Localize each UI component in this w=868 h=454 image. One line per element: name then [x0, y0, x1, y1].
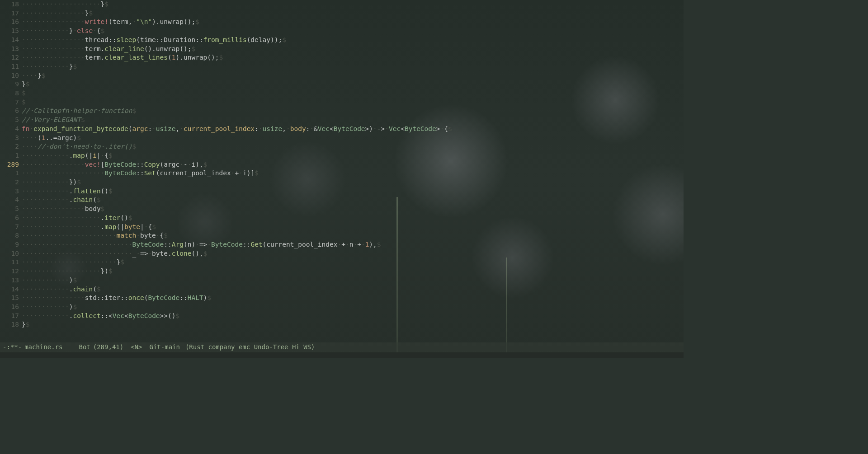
- code-content[interactable]: fn·expand_function_bytecode(argc:·usize,…: [22, 125, 684, 134]
- code-line[interactable]: 12················term.clear_last_lines(…: [0, 53, 684, 62]
- code-line[interactable]: 13············)$: [0, 276, 684, 285]
- code-line[interactable]: 289················vec![ByteCode::Copy(a…: [0, 160, 684, 169]
- code-line[interactable]: 4fn·expand_function_bytecode(argc:·usize…: [0, 125, 684, 134]
- code-line[interactable]: 14············.chain($: [0, 285, 684, 294]
- code-line[interactable]: 7····················.map(|byte|·{$: [0, 223, 684, 232]
- line-number: 17: [0, 9, 22, 18]
- minibuffer[interactable]: [0, 352, 684, 358]
- line-number: 14: [0, 285, 22, 294]
- code-line[interactable]: 10····························_·=>·byte.…: [0, 249, 684, 258]
- code-content[interactable]: }$: [22, 80, 684, 89]
- code-line[interactable]: 8························match·byte·{$: [0, 231, 684, 240]
- code-line[interactable]: 16················write!(term,·"\n").unw…: [0, 18, 684, 27]
- code-line[interactable]: 11············}$: [0, 62, 684, 71]
- code-line[interactable]: 2············})$: [0, 178, 684, 187]
- code-line[interactable]: 2····//·don't·need·to·.iter()$: [0, 142, 684, 151]
- code-content[interactable]: ····························ByteCode::Ar…: [22, 240, 684, 249]
- code-line[interactable]: 15············}·else·{$: [0, 27, 684, 36]
- modeline-state: <N>: [131, 343, 145, 352]
- code-content[interactable]: ························match·byte·{$: [22, 231, 684, 240]
- code-line[interactable]: 18····················}$: [0, 0, 684, 9]
- code-content[interactable]: ················write!(term,·"\n").unwra…: [22, 18, 684, 27]
- line-number: 9: [0, 80, 22, 89]
- code-content[interactable]: ····················})$: [22, 267, 684, 276]
- line-number: 18: [0, 320, 22, 329]
- code-line[interactable]: 14················thread::sleep(time::Du…: [0, 36, 684, 45]
- code-line[interactable]: 5//·Very·ELEGANT$: [0, 116, 684, 125]
- code-content[interactable]: ····················}$: [22, 0, 684, 9]
- line-number: 15: [0, 27, 22, 36]
- code-content[interactable]: ················vec![ByteCode::Copy(argc…: [22, 160, 684, 169]
- code-line[interactable]: 18}$: [0, 320, 684, 329]
- code-content[interactable]: ····}$: [22, 71, 684, 80]
- code-content[interactable]: ····//·don't·need·to·.iter()$: [22, 142, 684, 151]
- code-content[interactable]: ····························_·=>·byte.cl…: [22, 249, 684, 258]
- code-line[interactable]: 10····}$: [0, 71, 684, 80]
- code-line[interactable]: 6····················.iter()$: [0, 214, 684, 223]
- line-number: 12: [0, 267, 22, 276]
- line-number: 4: [0, 125, 22, 134]
- code-editor[interactable]: 18····················}$17··············…: [0, 0, 684, 329]
- line-number: 12: [0, 53, 22, 62]
- code-line[interactable]: 16············)$: [0, 303, 684, 312]
- code-line[interactable]: 11························}$: [0, 258, 684, 267]
- code-content[interactable]: ·····················ByteCode::Set(curre…: [22, 169, 684, 178]
- code-line[interactable]: 1············.map(|i|·{$: [0, 151, 684, 160]
- modeline-modified: -:**-: [3, 343, 24, 352]
- code-line[interactable]: 5················body$: [0, 205, 684, 214]
- code-content[interactable]: ············.chain($: [22, 196, 684, 205]
- code-content[interactable]: ············)$: [22, 303, 684, 312]
- code-content[interactable]: ············})$: [22, 178, 684, 187]
- line-number: 13: [0, 276, 22, 285]
- line-number: 16: [0, 18, 22, 27]
- code-content[interactable]: ············.map(|i|·{$: [22, 151, 684, 160]
- code-content[interactable]: ················body$: [22, 205, 684, 214]
- code-line[interactable]: 17················}$: [0, 9, 684, 18]
- code-content[interactable]: ····················.iter()$: [22, 214, 684, 223]
- code-content[interactable]: ············.chain($: [22, 285, 684, 294]
- code-content[interactable]: ················term.clear_last_lines(1)…: [22, 53, 684, 62]
- code-content[interactable]: //·Very·ELEGANT$: [22, 116, 684, 125]
- code-content[interactable]: ············}$: [22, 62, 684, 71]
- code-content[interactable]: ····················.map(|byte|·{$: [22, 223, 684, 232]
- line-number: 17: [0, 312, 22, 321]
- line-number: 10: [0, 71, 22, 80]
- line-number: 10: [0, 249, 22, 258]
- code-line[interactable]: 3············.flatten()$: [0, 187, 684, 196]
- code-content[interactable]: //·Calltopfn·helper·function$: [22, 107, 684, 116]
- line-number: 3: [0, 134, 22, 143]
- code-content[interactable]: $: [22, 89, 684, 98]
- code-line[interactable]: 13················term.clear_line().unwr…: [0, 45, 684, 54]
- code-content[interactable]: ················term.clear_line().unwrap…: [22, 45, 684, 54]
- code-line[interactable]: 9}$: [0, 80, 684, 89]
- line-number: 9: [0, 240, 22, 249]
- line-number: 1: [0, 169, 22, 178]
- code-content[interactable]: $: [22, 98, 684, 107]
- code-content[interactable]: ················std::iter::once(ByteCode…: [22, 294, 684, 303]
- code-content[interactable]: ············.flatten()$: [22, 187, 684, 196]
- line-number: 2: [0, 178, 22, 187]
- code-content[interactable]: ················}$: [22, 9, 684, 18]
- line-number: 15: [0, 294, 22, 303]
- line-number: 7: [0, 223, 22, 232]
- code-line[interactable]: 12····················})$: [0, 267, 684, 276]
- code-content[interactable]: ············}·else·{$: [22, 27, 684, 36]
- code-line[interactable]: 17············.collect::<Vec<ByteCode>>(…: [0, 312, 684, 321]
- code-content[interactable]: ····(1..=argc)$: [22, 134, 684, 143]
- code-content[interactable]: ················thread::sleep(time::Dura…: [22, 36, 684, 45]
- code-content[interactable]: ························}$: [22, 258, 684, 267]
- code-line[interactable]: 3····(1..=argc)$: [0, 134, 684, 143]
- code-line[interactable]: 1·····················ByteCode::Set(curr…: [0, 169, 684, 178]
- line-number: 11: [0, 258, 22, 267]
- code-content[interactable]: }$: [22, 320, 684, 329]
- code-line[interactable]: 9····························ByteCode::A…: [0, 240, 684, 249]
- code-line[interactable]: 15················std::iter::once(ByteCo…: [0, 294, 684, 303]
- code-content[interactable]: ············.collect::<Vec<ByteCode>>()$: [22, 312, 684, 321]
- code-line[interactable]: 7$: [0, 98, 684, 107]
- modeline-vcs: Git-main: [149, 343, 182, 352]
- code-line[interactable]: 4············.chain($: [0, 196, 684, 205]
- code-content[interactable]: ············)$: [22, 276, 684, 285]
- code-line[interactable]: 6//·Calltopfn·helper·function$: [0, 107, 684, 116]
- code-line[interactable]: 8$: [0, 89, 684, 98]
- line-number: 1: [0, 151, 22, 160]
